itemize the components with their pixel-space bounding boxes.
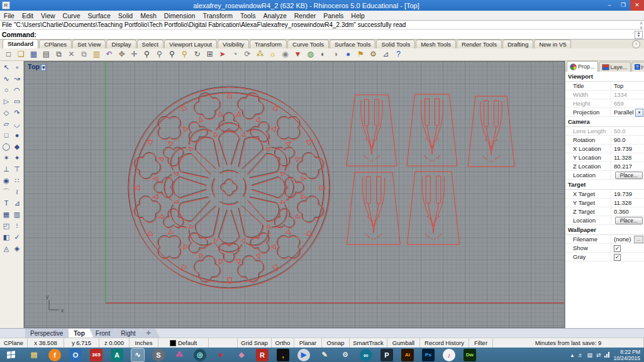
polygon-icon[interactable]: ◇ xyxy=(1,108,11,118)
place-button[interactable]: Place... xyxy=(615,172,643,179)
file-explorer-icon[interactable]: ▤ xyxy=(28,349,40,361)
flag-icon[interactable]: ⚑ xyxy=(355,49,367,60)
illustrator-icon[interactable]: Ai xyxy=(401,349,414,361)
split-icon[interactable]: ⊤ xyxy=(12,165,22,174)
molecule-icon[interactable]: ⁂ xyxy=(173,349,186,361)
toolbar-tab-set-view[interactable]: Set View xyxy=(72,40,106,48)
menu-file[interactable]: File xyxy=(0,12,18,19)
text-icon[interactable]: T xyxy=(1,199,11,208)
rotate-view-icon[interactable]: ◔ xyxy=(229,49,241,60)
undo-icon[interactable]: ↶ xyxy=(103,49,115,60)
sphere-icon[interactable]: ● xyxy=(12,131,22,140)
hatch-icon[interactable]: ▦ xyxy=(1,210,11,219)
render-preview-icon[interactable]: ◍ xyxy=(304,49,316,60)
status-default[interactable]: Default xyxy=(158,338,209,348)
browse-button[interactable]: ... xyxy=(634,236,643,243)
toolbar-tab-mesh-tools[interactable]: Mesh Tools xyxy=(416,40,456,48)
viewport-top[interactable]: yx Top▾ xyxy=(24,61,565,328)
outlook-icon[interactable]: O xyxy=(69,349,82,361)
gears-icon[interactable]: ⚙ xyxy=(339,349,352,361)
menu-help[interactable]: Help xyxy=(347,12,369,19)
trim-icon[interactable]: ⊥ xyxy=(1,165,11,174)
menu-tools[interactable]: Tools xyxy=(236,12,260,19)
boolean-union-icon[interactable]: ✶ xyxy=(1,153,11,163)
status-filter[interactable]: Filter xyxy=(469,338,493,348)
menu-surface[interactable]: Surface xyxy=(84,12,114,19)
zoom-dynamic-icon[interactable]: ⚲ xyxy=(153,49,165,60)
status-osnap[interactable]: Osnap xyxy=(322,338,350,348)
gray-checkbox[interactable]: ✓ xyxy=(614,254,621,261)
menu-render[interactable]: Render xyxy=(291,12,319,19)
dimension-icon[interactable]: ⊿ xyxy=(12,199,22,208)
point-icon[interactable]: ∘ xyxy=(12,63,22,72)
network-signal-icon[interactable] xyxy=(604,352,609,358)
curve-fillet-icon[interactable]: ⌒ xyxy=(1,187,11,197)
polyline-icon[interactable]: ∿ xyxy=(1,74,11,84)
media-player-icon[interactable]: ▶ xyxy=(297,349,310,361)
status-gumball[interactable]: Gumball xyxy=(387,338,420,348)
toolbar-tab-drafting[interactable]: Drafting xyxy=(502,40,533,48)
panel-tab-help[interactable]: ?Help xyxy=(631,62,644,72)
shade-icon[interactable]: ◧ xyxy=(1,233,11,242)
zoom-selected-icon[interactable]: ⚲ xyxy=(179,49,191,60)
zoom-icon[interactable]: ⚲ xyxy=(141,49,153,60)
property-value[interactable]: 0.360 xyxy=(611,207,644,216)
torus-icon[interactable]: ◯ xyxy=(1,142,11,151)
pan-view-icon[interactable]: ➤ xyxy=(216,49,228,60)
menu-transform[interactable]: Transform xyxy=(199,12,236,19)
status-record-history[interactable]: Record History xyxy=(420,338,469,348)
start-button[interactable] xyxy=(0,348,21,362)
more-icon[interactable]: ⁝ xyxy=(12,221,22,231)
minimize-button[interactable]: – xyxy=(602,0,616,11)
viewport-title-menu[interactable]: Top▾ xyxy=(28,63,46,70)
ghosted-view-icon[interactable]: ◑ xyxy=(330,49,341,60)
lock-icon[interactable]: ◉ xyxy=(279,49,291,60)
toolbar-tab-display[interactable]: Display xyxy=(106,40,136,48)
surface-icon[interactable]: ▱ xyxy=(1,119,11,129)
cube-icon[interactable]: ◆ xyxy=(235,349,248,361)
sketchup-icon[interactable]: S xyxy=(152,349,165,361)
check-icon[interactable]: ✓ xyxy=(12,233,22,242)
arduino-icon[interactable]: ∞ xyxy=(360,349,372,361)
curve-icon[interactable]: ↝ xyxy=(12,74,22,84)
tracery-panel-1[interactable] xyxy=(347,95,397,166)
copy-page-icon[interactable]: ⧉ xyxy=(53,49,65,60)
viewport-menu-arrow-icon[interactable]: ▾ xyxy=(41,64,46,71)
autodesk-icon[interactable]: A xyxy=(111,349,123,361)
tracery-panel-3[interactable] xyxy=(468,96,514,167)
render-icon[interactable]: ▼ xyxy=(292,49,304,60)
light-icon[interactable]: ☼ xyxy=(267,49,279,60)
toolbar-tab-surface-tools[interactable]: Surface Tools xyxy=(330,40,375,48)
box-icon[interactable]: □ xyxy=(1,131,11,140)
tray-icon-3[interactable]: ⇄ xyxy=(596,352,601,358)
help-icon[interactable]: ? xyxy=(392,49,404,60)
close-button[interactable]: ✕ xyxy=(630,0,644,11)
toolbar-tab-transform[interactable]: Transform xyxy=(250,40,287,48)
menu-solid[interactable]: Solid xyxy=(114,12,136,19)
status-inches[interactable]: Inches xyxy=(130,338,158,348)
tab-overflow-icon[interactable]: › xyxy=(632,40,640,48)
move-icon[interactable]: ✛ xyxy=(128,49,140,60)
property-value[interactable]: 80.217 xyxy=(611,162,644,170)
property-value[interactable]: 11.328 xyxy=(611,153,644,162)
save-icon[interactable]: ▦ xyxy=(28,49,40,60)
paste-icon[interactable]: ▥ xyxy=(91,49,103,60)
dreamweaver-icon[interactable]: Dw xyxy=(464,349,476,361)
toolbar-tab-new-in-v5[interactable]: New in V5 xyxy=(534,40,571,48)
viewport-drawing[interactable]: yx xyxy=(25,62,564,327)
property-value[interactable]: 11.328 xyxy=(611,199,644,207)
panel-tab-prop[interactable]: Prop... xyxy=(567,61,598,72)
status-cplane[interactable]: CPlane xyxy=(0,338,28,348)
toolbar-tab-curve-tools[interactable]: Curve Tools xyxy=(287,40,329,48)
select-arrow-icon[interactable]: ↖ xyxy=(1,63,11,72)
solid-icon[interactable]: ◆ xyxy=(12,142,22,151)
rendered-view-icon[interactable]: ● xyxy=(342,49,354,60)
gem-icon[interactable]: ◈ xyxy=(12,244,22,253)
print-icon[interactable]: ▤ xyxy=(40,49,52,60)
arc-icon[interactable]: ◠ xyxy=(12,85,22,95)
status-smarttrack[interactable]: SmartTrack xyxy=(350,338,387,348)
cplane-icon[interactable]: ◰ xyxy=(1,221,11,231)
taskbar-clock[interactable]: 8:22 PM 10/24/2015 xyxy=(613,349,640,361)
toolbar-tab-standard[interactable]: Standard xyxy=(3,39,38,48)
toolbar-tab-render-tools[interactable]: Render Tools xyxy=(457,40,502,48)
